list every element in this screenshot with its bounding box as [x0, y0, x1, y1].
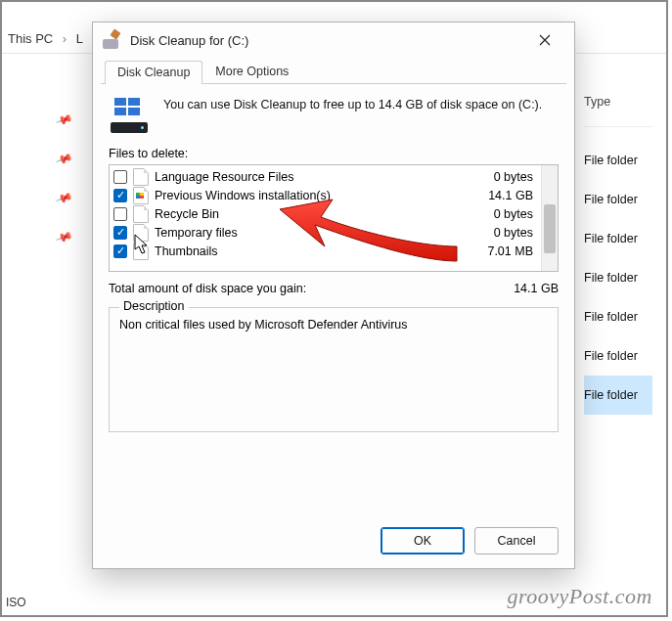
- file-row-size: 7.01 MB: [465, 244, 537, 258]
- file-row[interactable]: ✓Thumbnails7.01 MB: [113, 242, 537, 260]
- drive-windows-icon: [109, 98, 152, 133]
- column-header-type[interactable]: Type: [584, 95, 652, 127]
- total-space-label: Total amount of disk space you gain:: [109, 282, 306, 295]
- pin-icon: 📌: [43, 189, 72, 231]
- dialog-button-row: OK Cancel: [381, 527, 559, 554]
- files-to-delete-list: Language Resource Files0 bytes✓Previous …: [109, 164, 559, 272]
- breadcrumb-root[interactable]: This PC: [8, 31, 53, 46]
- quick-access-pins: 📌 📌 📌 📌: [51, 111, 66, 268]
- file-row-size: 14.1 GB: [465, 189, 537, 202]
- explorer-type-column: Type File folder File folder File folder…: [584, 95, 652, 415]
- explorer-item-fragment: ISO: [6, 596, 26, 609]
- file-row[interactable]: Recycle Bin0 bytes: [113, 204, 537, 223]
- file-icon: [133, 224, 149, 242]
- breadcrumb[interactable]: This PC › L: [8, 31, 83, 46]
- pin-icon: 📌: [43, 150, 72, 192]
- explorer-row-type[interactable]: File folder: [584, 141, 652, 180]
- scrollbar-thumb[interactable]: [544, 204, 556, 253]
- file-checkbox[interactable]: ✓: [113, 189, 127, 202]
- file-row-label: Thumbnails: [155, 244, 459, 258]
- file-row-label: Recycle Bin: [155, 207, 459, 221]
- cancel-button[interactable]: Cancel: [474, 527, 559, 554]
- file-icon: [133, 243, 149, 260]
- file-row[interactable]: ✓Previous Windows installation(s)14.1 GB: [113, 186, 537, 204]
- window-title: Disk Cleanup for (C:): [130, 33, 525, 48]
- explorer-row-type[interactable]: File folder: [584, 376, 652, 415]
- file-checkbox[interactable]: [113, 207, 127, 221]
- close-button[interactable]: [525, 26, 564, 54]
- file-row[interactable]: ✓Temporary files0 bytes: [113, 223, 537, 242]
- explorer-row-type[interactable]: File folder: [584, 297, 652, 336]
- file-row-size: 0 bytes: [465, 207, 537, 221]
- description-text: Non critical files used by Microsoft Def…: [119, 318, 548, 332]
- watermark: groovyPost.com: [507, 584, 652, 609]
- explorer-row-type[interactable]: File folder: [584, 336, 652, 376]
- file-row[interactable]: Language Resource Files0 bytes: [113, 167, 537, 186]
- file-checkbox[interactable]: [113, 170, 127, 184]
- ok-button[interactable]: OK: [381, 527, 465, 554]
- file-checkbox[interactable]: ✓: [113, 226, 127, 240]
- tab-disk-cleanup[interactable]: Disk Cleanup: [105, 61, 202, 84]
- pin-icon: 📌: [43, 111, 72, 153]
- description-legend: Description: [119, 299, 189, 313]
- explorer-row-type[interactable]: File folder: [584, 180, 652, 219]
- pin-icon: 📌: [43, 228, 72, 270]
- file-row-label: Previous Windows installation(s): [155, 189, 459, 202]
- tab-panel-disk-cleanup: You can use Disk Cleanup to free up to 1…: [93, 84, 574, 432]
- list-scrollbar[interactable]: [541, 165, 558, 271]
- breadcrumb-next[interactable]: L: [76, 31, 83, 46]
- windows-folder-icon: [133, 187, 149, 204]
- description-group: Description Non critical files used by M…: [109, 307, 559, 432]
- file-checkbox[interactable]: ✓: [113, 244, 127, 258]
- file-row-label: Temporary files: [155, 226, 459, 240]
- file-row-label: Language Resource Files: [155, 170, 459, 184]
- file-row-size: 0 bytes: [465, 170, 537, 184]
- disk-cleanup-icon: [103, 31, 120, 49]
- total-space-value: 14.1 GB: [514, 282, 559, 295]
- cleanup-summary-text: You can use Disk Cleanup to free up to 1…: [163, 96, 542, 133]
- tab-more-options[interactable]: More Options: [202, 60, 301, 83]
- titlebar[interactable]: Disk Cleanup for (C:): [93, 22, 574, 58]
- explorer-row-type[interactable]: File folder: [584, 258, 652, 297]
- files-to-delete-label: Files to delete:: [109, 147, 559, 160]
- file-row-size: 0 bytes: [465, 226, 537, 240]
- file-icon: [133, 205, 149, 223]
- tabstrip: Disk Cleanup More Options: [101, 58, 566, 84]
- breadcrumb-separator-icon: ›: [63, 31, 67, 46]
- disk-cleanup-dialog: Disk Cleanup for (C:) Disk Cleanup More …: [92, 22, 575, 569]
- close-icon: [539, 34, 551, 46]
- file-icon: [133, 168, 149, 186]
- explorer-row-type[interactable]: File folder: [584, 219, 652, 258]
